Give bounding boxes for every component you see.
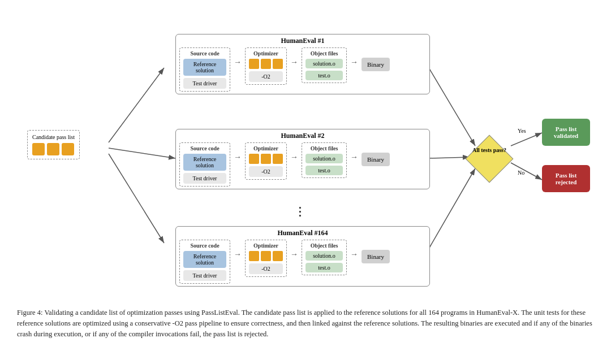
humaneval-1-box: HumanEval #1 Source code Reference solut… — [175, 34, 430, 94]
diagram-area: Candidate pass list HumanEval #1 Source … — [11, 6, 600, 305]
pass-validated-label: Pass list validated — [554, 125, 578, 139]
main-container: Candidate pass list HumanEval #1 Source … — [0, 0, 611, 364]
all-tests-diamond-container: All tests pass? — [464, 140, 515, 178]
object-files-label-2: Object files — [306, 145, 343, 151]
o2-3: -O2 — [249, 263, 283, 274]
binary-2: Binary — [362, 153, 390, 166]
object-files-label-1: Object files — [306, 50, 343, 57]
source-code-box-3: Source code Reference solution Test driv… — [179, 240, 230, 284]
yes-label: Yes — [518, 128, 526, 134]
candidate-squares — [32, 143, 75, 155]
opt-squares-1 — [249, 59, 283, 69]
ref-solution-1: Reference solution — [183, 59, 226, 76]
opt-sq-2a — [249, 154, 259, 164]
opt-sq-1c — [273, 59, 283, 69]
humaneval-2-box: HumanEval #2 Source code Reference solut… — [175, 129, 430, 189]
optimizer-label-3: Optimizer — [249, 242, 283, 249]
binary-1: Binary — [362, 58, 390, 71]
test-o-2: test.o — [306, 166, 343, 175]
source-code-label-3: Source code — [183, 242, 226, 249]
figure-caption: Figure 4: Validating a candidate list of… — [11, 305, 600, 358]
optimizer-box-1: Optimizer -O2 — [245, 47, 287, 85]
pass-rejected-box: Pass list rejected — [542, 165, 590, 192]
humaneval-2-label: HumanEval #2 — [179, 132, 426, 140]
pass-rejected-label: Pass list rejected — [556, 172, 577, 185]
object-files-box-3: Object files solution.o test.o — [302, 240, 347, 275]
pass-validated-box: Pass list validated — [542, 119, 590, 146]
svg-line-8 — [511, 163, 542, 180]
object-files-box-2: Object files solution.o test.o — [302, 142, 347, 178]
opt-squares-3 — [249, 251, 283, 261]
svg-line-7 — [511, 133, 542, 146]
cand-sq-3 — [62, 143, 74, 155]
source-code-label-1: Source code — [183, 50, 226, 57]
all-tests-label: All tests pass? — [464, 146, 515, 154]
candidate-label: Candidate pass list — [32, 134, 75, 140]
o2-2: -O2 — [249, 166, 283, 177]
o2-1: -O2 — [249, 71, 283, 82]
caption-text: Figure 4: Validating a candidate list of… — [17, 309, 592, 338]
svg-line-4 — [429, 68, 475, 146]
humaneval-3-box: HumanEval #164 Source code Reference sol… — [175, 226, 430, 287]
humaneval-3-label: HumanEval #164 — [179, 229, 426, 237]
test-o-3: test.o — [306, 263, 343, 272]
test-driver-3: Test driver — [183, 270, 226, 281]
optimizer-label-2: Optimizer — [249, 145, 283, 151]
source-code-box-2: Source code Reference solution Test driv… — [179, 142, 230, 187]
test-driver-2: Test driver — [183, 173, 226, 184]
ref-solution-3: Reference solution — [183, 251, 226, 268]
svg-line-6 — [429, 168, 475, 249]
opt-sq-2c — [273, 154, 283, 164]
candidate-pass-list-box: Candidate pass list — [27, 130, 80, 159]
cand-sq-1 — [32, 143, 45, 155]
opt-sq-1a — [249, 59, 259, 69]
humaneval-1-label: HumanEval #1 — [179, 37, 426, 45]
opt-sq-1b — [261, 59, 271, 69]
opt-sq-3b — [261, 251, 271, 261]
solution-o-3: solution.o — [306, 251, 343, 261]
cand-sq-2 — [47, 143, 59, 155]
svg-line-2 — [109, 148, 175, 158]
optimizer-box-3: Optimizer -O2 — [245, 240, 287, 277]
svg-line-1 — [109, 68, 164, 142]
all-tests-diamond — [466, 135, 514, 183]
binary-3: Binary — [362, 250, 390, 263]
opt-squares-2 — [249, 154, 283, 164]
solution-o-2: solution.o — [306, 154, 343, 163]
opt-sq-3c — [273, 251, 283, 261]
opt-sq-3a — [249, 251, 259, 261]
svg-line-3 — [109, 154, 164, 243]
optimizer-label-1: Optimizer — [249, 50, 283, 57]
object-files-box-1: Object files solution.o test.o — [302, 47, 347, 83]
test-driver-1: Test driver — [183, 78, 226, 89]
optimizer-box-2: Optimizer -O2 — [245, 142, 287, 180]
opt-sq-2b — [261, 154, 271, 164]
source-code-label-2: Source code — [183, 145, 226, 151]
solution-o-1: solution.o — [306, 59, 343, 68]
source-code-box-1: Source code Reference solution Test driv… — [179, 47, 230, 92]
no-label: No — [518, 170, 524, 176]
test-o-1: test.o — [306, 71, 343, 80]
ref-solution-2: Reference solution — [183, 154, 226, 171]
dots-separator: ⋮ — [294, 205, 306, 218]
object-files-label-3: Object files — [306, 242, 343, 249]
